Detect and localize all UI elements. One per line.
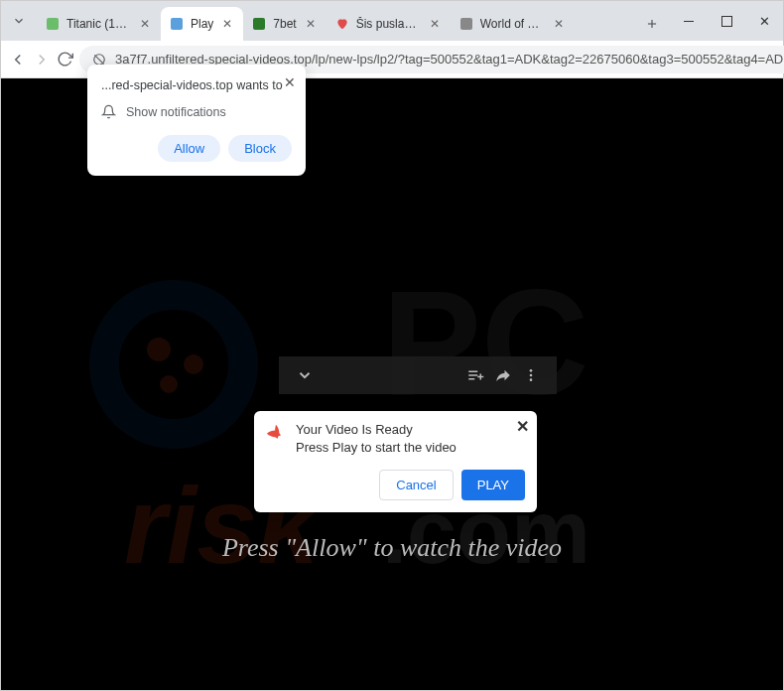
favicon-icon xyxy=(169,16,185,32)
more-icon[interactable] xyxy=(517,361,545,389)
svg-rect-2 xyxy=(253,18,265,30)
notification-permission-dialog: ✕ ...red-special-videos.top wants to Sho… xyxy=(87,65,306,176)
close-icon[interactable]: ✕ xyxy=(427,16,443,32)
close-icon[interactable]: ✕ xyxy=(551,16,567,32)
svg-text:PC: PC xyxy=(382,259,588,426)
dialog-text: Your Video Is Ready Press Play to start … xyxy=(296,421,457,456)
svg-line-7 xyxy=(94,55,103,64)
playlist-add-icon[interactable] xyxy=(461,361,489,389)
svg-point-16 xyxy=(147,338,171,361)
titlebar: Titanic (1997) YIFY✕Play✕7bet✕Šis puslap… xyxy=(1,1,783,41)
close-icon[interactable]: ✕ xyxy=(516,417,529,436)
svg-point-24 xyxy=(530,378,533,381)
play-button[interactable]: PLAY xyxy=(461,470,525,500)
chevron-down-icon[interactable] xyxy=(291,361,319,389)
block-button[interactable]: Block xyxy=(228,135,292,162)
svg-point-17 xyxy=(184,354,203,374)
tab-title: Titanic (1997) YIFY xyxy=(66,17,131,31)
svg-point-22 xyxy=(530,369,533,372)
cancel-button[interactable]: Cancel xyxy=(379,470,453,500)
tab[interactable]: Šis puslapis gali pa✕ xyxy=(327,7,451,41)
favicon-icon xyxy=(45,16,61,32)
svg-point-23 xyxy=(530,374,533,377)
maximize-button[interactable] xyxy=(708,1,745,41)
window-close-button[interactable] xyxy=(745,1,783,41)
tab-strip: Titanic (1997) YIFY✕Play✕7bet✕Šis puslap… xyxy=(37,1,634,41)
tab[interactable]: 7bet✕ xyxy=(243,7,326,41)
permission-row: Show notifications xyxy=(101,104,292,119)
favicon-icon xyxy=(251,16,267,32)
bell-icon xyxy=(101,104,116,119)
permission-label: Show notifications xyxy=(126,105,226,119)
window-controls xyxy=(670,1,783,41)
rocket-icon xyxy=(266,423,286,443)
dialog-title: Your Video Is Ready xyxy=(296,421,457,439)
new-tab-button[interactable] xyxy=(638,10,666,38)
svg-rect-0 xyxy=(47,18,59,30)
tab[interactable]: Titanic (1997) YIFY✕ xyxy=(37,7,161,41)
permission-origin-text: ...red-special-videos.top wants to xyxy=(101,78,292,92)
close-icon[interactable]: ✕ xyxy=(137,16,153,32)
close-icon[interactable]: ✕ xyxy=(303,16,319,32)
favicon-icon xyxy=(334,16,350,32)
tab-title: World of Tanks – n xyxy=(480,17,545,31)
tab[interactable]: Play✕ xyxy=(161,7,243,41)
allow-button[interactable]: Allow xyxy=(158,135,220,162)
tab-title: Play xyxy=(191,17,213,31)
svg-rect-3 xyxy=(460,18,472,30)
close-icon[interactable]: ✕ xyxy=(284,74,296,90)
svg-point-15 xyxy=(104,295,243,434)
close-icon[interactable]: ✕ xyxy=(219,16,235,32)
dialog-subtitle: Press Play to start the video xyxy=(296,439,457,457)
minimize-button[interactable] xyxy=(670,1,708,41)
svg-point-18 xyxy=(160,375,178,393)
tab-title: Šis puslapis gali pa xyxy=(356,17,421,31)
favicon-icon xyxy=(458,16,474,32)
video-ready-dialog: ✕ Your Video Is Ready Press Play to star… xyxy=(254,411,537,512)
forward-button[interactable] xyxy=(33,46,51,73)
svg-rect-1 xyxy=(171,18,183,30)
share-icon[interactable] xyxy=(489,361,517,389)
reload-button[interactable] xyxy=(57,46,73,73)
video-control-strip xyxy=(279,356,557,394)
tab-title: 7bet xyxy=(273,17,296,31)
back-button[interactable] xyxy=(9,46,27,73)
tab[interactable]: World of Tanks – n✕ xyxy=(451,7,575,41)
allow-prompt-text: Press "Allow" to watch the video xyxy=(1,533,783,563)
tab-search-button[interactable] xyxy=(1,1,37,41)
